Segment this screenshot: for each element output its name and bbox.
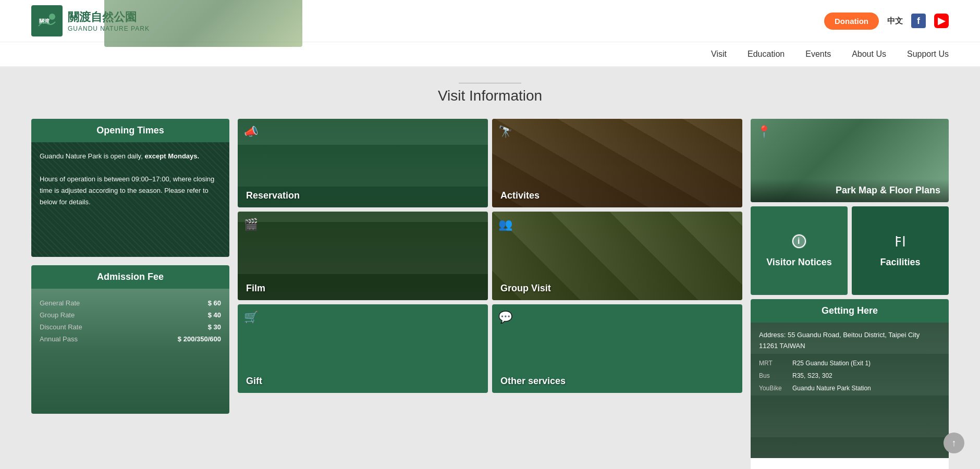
activities-icon: 🔭 xyxy=(498,125,512,139)
admission-row-group: Group Rate $ 40 xyxy=(40,309,221,321)
nav-item-events[interactable]: Events xyxy=(805,47,831,61)
admission-row-discount: Discount Rate $ 30 xyxy=(40,321,221,333)
park-map-card[interactable]: 📍 Park Map & Floor Plans xyxy=(751,119,949,202)
tile-activities[interactable]: 🔭 Activites xyxy=(492,119,742,207)
language-button[interactable]: 中文 xyxy=(887,16,903,26)
facebook-icon[interactable]: f xyxy=(911,14,926,28)
getting-here-header: Getting Here xyxy=(751,299,949,323)
tile-gift-label: Gift xyxy=(238,369,271,393)
opening-text-2: Hours of operation is between 09:00–17:0… xyxy=(40,174,221,208)
admission-label-annual: Annual Pass xyxy=(40,335,78,343)
grid-layout: Opening Times Guandu Nature Park is open… xyxy=(31,119,949,469)
transport-row-youbike: YouBike Guandu Nature Park Station xyxy=(759,383,940,393)
youbike-label: YouBike xyxy=(759,383,790,393)
scroll-to-top-button[interactable]: ↑ xyxy=(944,433,964,453)
visitor-notices-icon: i xyxy=(791,233,807,253)
tile-gift[interactable]: 🛒 Gift xyxy=(238,304,488,393)
park-map-icon: 📍 xyxy=(757,125,771,139)
tile-film-label: Film xyxy=(238,277,274,300)
transport-row-mrt: MRT R25 Guandu Station (Exit 1) xyxy=(759,358,940,368)
logo-icon: 關渡 xyxy=(31,5,63,36)
tile-activities-label: Activites xyxy=(492,184,548,207)
left-column: Opening Times Guandu Nature Park is open… xyxy=(31,119,229,469)
page-title-area: Visit Information xyxy=(31,83,949,104)
tile-other-services-label: Other services xyxy=(492,369,574,393)
admission-value-general: $ 60 xyxy=(208,299,221,307)
opening-times-body: Guandu Nature Park is open daily, except… xyxy=(31,142,229,257)
getting-here-text: Address: 55 Guandu Road, Beitou District… xyxy=(751,323,949,403)
bus-label: Bus xyxy=(759,371,790,381)
admission-fee-card: Admission Fee General Rate $ 60 Group Ra… xyxy=(31,265,229,414)
svg-point-2 xyxy=(49,14,55,20)
admission-row-annual: Annual Pass $ 200/350/600 xyxy=(40,333,221,345)
tile-reservation[interactable]: 📣 Reservation xyxy=(238,119,488,207)
tile-other-services[interactable]: 💬 Other services xyxy=(492,304,742,393)
youtube-icon[interactable]: ▶ xyxy=(934,14,949,28)
visitor-notices-card[interactable]: i Visitor Notices xyxy=(751,206,848,295)
nav-item-education[interactable]: Education xyxy=(748,47,785,61)
page-title: Visit Information xyxy=(31,88,949,104)
tile-reservation-label: Reservation xyxy=(238,184,308,207)
transport-row-bus: Bus R35, S23, 302 xyxy=(759,371,940,381)
opening-times-card: Opening Times Guandu Nature Park is open… xyxy=(31,119,229,257)
svg-text:i: i xyxy=(798,237,800,245)
right-column: 📍 Park Map & Floor Plans i Visitor Notic… xyxy=(751,119,949,469)
getting-here-body: Address: 55 Guandu Road, Beitou District… xyxy=(751,323,949,458)
admission-label-general: General Rate xyxy=(40,299,80,307)
mrt-label: MRT xyxy=(759,358,790,368)
nav-item-visit[interactable]: Visit xyxy=(711,47,727,61)
opening-times-header: Opening Times xyxy=(31,119,229,142)
admission-row-general: General Rate $ 60 xyxy=(40,297,221,309)
admission-fee-header: Admission Fee xyxy=(31,265,229,289)
group-visit-icon: 👥 xyxy=(498,218,512,231)
admission-value-annual: $ 200/350/600 xyxy=(178,335,221,343)
other-services-icon: 💬 xyxy=(498,311,512,324)
donation-button[interactable]: Donation xyxy=(824,13,879,30)
admission-label-group: Group Rate xyxy=(40,311,75,319)
facilities-icon xyxy=(892,233,908,253)
admission-label-discount: Discount Rate xyxy=(40,323,82,331)
nav-item-support[interactable]: Support Us xyxy=(907,47,949,61)
tile-film[interactable]: 🎬 Film xyxy=(238,212,488,300)
facilities-label: Facilities xyxy=(880,257,920,268)
tile-group-visit-label: Group Visit xyxy=(492,277,559,300)
getting-here-card: Getting Here Address: 55 Guandu Road, Be… xyxy=(751,299,949,469)
header-right: Donation 中文 f ▶ xyxy=(824,13,949,30)
admission-value-discount: $ 30 xyxy=(208,323,221,331)
title-divider xyxy=(459,83,521,83)
opening-times-text: Guandu Nature Park is open daily, except… xyxy=(31,142,229,216)
two-col-row: i Visitor Notices Facilities xyxy=(751,206,949,295)
youbike-value: Guandu Nature Park Station xyxy=(792,383,940,393)
tile-group-visit[interactable]: 👥 Group Visit xyxy=(492,212,742,300)
admission-fee-body: General Rate $ 60 Group Rate $ 40 Discou… xyxy=(31,289,229,414)
nav-item-about[interactable]: About Us xyxy=(852,47,886,61)
admission-value-group: $ 40 xyxy=(208,311,221,319)
film-icon: 🎬 xyxy=(244,218,258,231)
gift-icon: 🛒 xyxy=(244,311,258,324)
facilities-card[interactable]: Facilities xyxy=(852,206,949,295)
reservation-icon: 📣 xyxy=(244,125,258,139)
bus-value: R35, S23, 302 xyxy=(792,371,940,381)
mrt-value: R25 Guandu Station (Exit 1) xyxy=(792,358,940,368)
middle-column: 📣 Reservation 🔭 Activites 🎬 Film 👥 Group… xyxy=(238,119,742,469)
main-content: Visit Information Opening Times Guandu N… xyxy=(0,67,980,469)
admission-fee-table: General Rate $ 60 Group Rate $ 40 Discou… xyxy=(31,289,229,353)
getting-here-address: Address: 55 Guandu Road, Beitou District… xyxy=(759,330,940,352)
visitor-notices-label: Visitor Notices xyxy=(766,257,832,268)
park-map-label: Park Map & Floor Plans xyxy=(751,179,949,202)
opening-text-1: Guandu Nature Park is open daily, except… xyxy=(40,151,221,162)
header: 關渡 關渡自然公園 GUANDU NATURE PARK Donation 中文… xyxy=(0,0,980,42)
